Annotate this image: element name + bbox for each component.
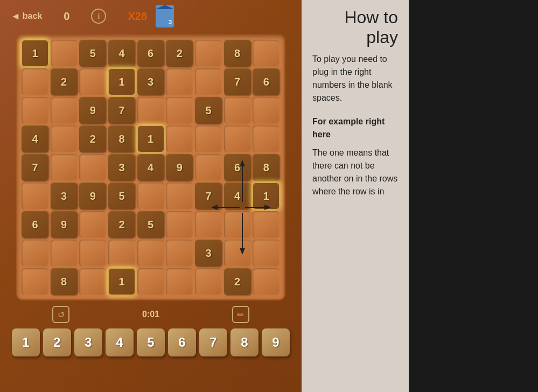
cell-3-4: 1 <box>137 125 164 152</box>
cell-8-2[interactable] <box>79 268 106 295</box>
cell-7-0[interactable] <box>22 240 48 267</box>
cell-6-7[interactable] <box>224 211 251 238</box>
number-pad: 123456789 <box>0 326 302 362</box>
cell-2-1[interactable] <box>51 97 78 124</box>
cell-2-4[interactable] <box>137 97 164 124</box>
cell-4-4: 4 <box>137 154 164 181</box>
cell-5-6: 7 <box>195 183 222 209</box>
back-button[interactable]: ◄ back <box>11 11 42 22</box>
cell-3-6[interactable] <box>195 125 222 152</box>
cell-8-3: 1 <box>108 268 135 295</box>
cell-5-1: 3 <box>51 183 78 209</box>
cell-2-7[interactable] <box>224 97 251 124</box>
cell-0-8[interactable] <box>253 40 280 67</box>
top-bar: ◄ back 0 i X28 3 <box>0 0 302 32</box>
num-btn-8[interactable]: 8 <box>230 328 258 356</box>
cell-6-4: 5 <box>137 211 164 238</box>
undo-button[interactable]: ↺ <box>52 306 69 323</box>
cell-8-5[interactable] <box>166 268 193 295</box>
num-btn-1[interactable]: 1 <box>12 328 40 356</box>
cell-2-6: 5 <box>195 97 222 124</box>
cell-4-7: 6 <box>224 154 251 181</box>
cell-7-3[interactable] <box>108 240 135 267</box>
game-panel: ◄ back 0 i X28 3 15462821376975428173496… <box>0 0 302 392</box>
info-button[interactable]: i <box>91 9 106 24</box>
num-btn-6[interactable]: 6 <box>168 328 196 356</box>
cell-7-7[interactable] <box>224 240 251 267</box>
sudoku-grid: 15462821376975428173496839574169253812 <box>22 40 280 295</box>
num-btn-9[interactable]: 9 <box>262 328 290 356</box>
num-btn-5[interactable]: 5 <box>137 328 165 356</box>
cell-7-2[interactable] <box>79 240 106 267</box>
intro-text: To play you need to plug in the right nu… <box>312 53 398 104</box>
cell-1-7: 7 <box>224 68 251 95</box>
cell-5-7: 4 <box>224 183 251 209</box>
cell-6-2[interactable] <box>79 211 106 238</box>
cell-1-0[interactable] <box>22 68 48 95</box>
cell-1-4: 3 <box>137 68 164 95</box>
cell-5-0[interactable] <box>22 183 48 209</box>
cell-3-0: 4 <box>22 125 48 152</box>
cell-8-1: 8 <box>51 268 78 295</box>
cell-7-6: 3 <box>195 240 222 267</box>
cell-3-8[interactable] <box>253 125 280 152</box>
cell-4-0: 7 <box>22 154 48 181</box>
cell-2-8[interactable] <box>253 97 280 124</box>
cell-7-5[interactable] <box>166 240 193 267</box>
cell-0-4: 6 <box>137 40 164 67</box>
back-arrow-icon: ◄ <box>11 11 20 22</box>
cell-7-8[interactable] <box>253 240 280 267</box>
cell-6-6[interactable] <box>195 211 222 238</box>
cell-3-1[interactable] <box>51 125 78 152</box>
cell-5-2: 9 <box>79 183 106 209</box>
cell-8-7: 2 <box>224 268 251 295</box>
cell-2-3: 7 <box>108 97 135 124</box>
cell-1-8: 6 <box>253 68 280 95</box>
explanation-text: The one means that there can not be anot… <box>312 146 398 198</box>
cell-5-8: 1 <box>253 183 280 209</box>
num-btn-4[interactable]: 4 <box>106 328 134 356</box>
cell-0-1[interactable] <box>51 40 78 67</box>
cell-6-8[interactable] <box>253 211 280 238</box>
num-btn-3[interactable]: 3 <box>74 328 102 356</box>
cell-6-3: 2 <box>108 211 135 238</box>
cell-0-2: 5 <box>79 40 106 67</box>
cell-2-5[interactable] <box>166 97 193 124</box>
cell-4-1[interactable] <box>51 154 78 181</box>
cell-8-8[interactable] <box>253 268 280 295</box>
cell-7-4[interactable] <box>137 240 164 267</box>
cell-8-4[interactable] <box>137 268 164 295</box>
cell-5-4[interactable] <box>137 183 164 209</box>
score-display: 0 <box>64 10 69 23</box>
cell-4-3: 3 <box>108 154 135 181</box>
cell-1-5[interactable] <box>166 68 193 95</box>
card-number: 3 <box>169 19 172 25</box>
cell-0-3: 4 <box>108 40 135 67</box>
num-btn-2[interactable]: 2 <box>43 328 71 356</box>
pencil-button[interactable]: ✏ <box>232 306 249 323</box>
cell-1-1: 2 <box>51 68 78 95</box>
cell-1-6[interactable] <box>195 68 222 95</box>
cell-5-5[interactable] <box>166 183 193 209</box>
instruction-content: To play you need to plug in the right nu… <box>302 53 409 198</box>
cell-6-5[interactable] <box>166 211 193 238</box>
bottom-controls: ↺ 0:01 ✏ <box>0 303 302 326</box>
cell-3-5[interactable] <box>166 125 193 152</box>
cell-8-6[interactable] <box>195 268 222 295</box>
card-button[interactable]: 3 <box>156 5 174 27</box>
cell-3-2: 2 <box>79 125 106 152</box>
sudoku-grid-container: 15462821376975428173496839574169253812 <box>16 34 285 300</box>
cell-4-5: 9 <box>166 154 193 181</box>
cell-7-1[interactable] <box>51 240 78 267</box>
cell-4-6[interactable] <box>195 154 222 181</box>
cell-6-1: 9 <box>51 211 78 238</box>
cell-0-6[interactable] <box>195 40 222 67</box>
num-btn-7[interactable]: 7 <box>199 328 227 356</box>
cell-1-3: 1 <box>108 68 135 95</box>
cell-3-7[interactable] <box>224 125 251 152</box>
cell-2-0[interactable] <box>22 97 48 124</box>
timer-display: 0:01 <box>142 310 159 319</box>
cell-8-0[interactable] <box>22 268 48 295</box>
cell-1-2[interactable] <box>79 68 106 95</box>
cell-4-2[interactable] <box>79 154 106 181</box>
